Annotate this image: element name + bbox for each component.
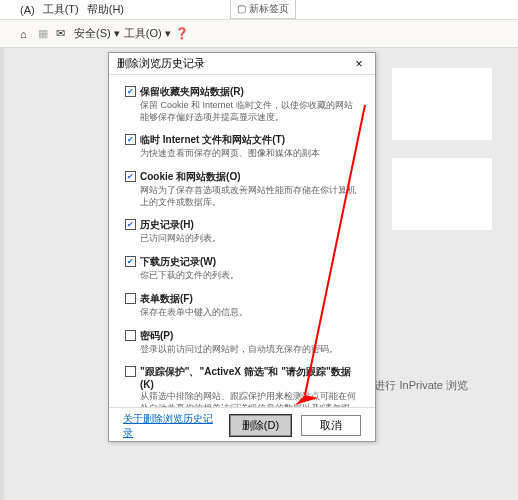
checkbox[interactable]	[125, 293, 136, 304]
checkbox[interactable]	[125, 330, 136, 341]
option-desc: 网站为了保存首选项或改善网站性能而存储在你计算机上的文件或数据库。	[140, 185, 359, 208]
option-label[interactable]: 临时 Internet 文件和网站文件(T)	[140, 133, 285, 147]
checkbox[interactable]: ✔	[125, 86, 136, 97]
option-label[interactable]: 密码(P)	[140, 329, 173, 343]
option-0: ✔保留收藏夹网站数据(R)保留 Cookie 和 Internet 临时文件，以…	[125, 85, 359, 123]
option-label[interactable]: 保留收藏夹网站数据(R)	[140, 85, 244, 99]
option-7: "跟踪保护"、"ActiveX 筛选"和 "请勿跟踪"数据(K)从筛选中排除的网…	[125, 365, 359, 407]
option-5: 表单数据(F)保存在表单中键入的信息。	[125, 292, 359, 319]
safety-menu[interactable]: 安全(S) ▾	[74, 26, 120, 41]
option-desc: 保存在表单中键入的信息。	[140, 307, 359, 319]
new-tab[interactable]: ▢ 新标签页	[230, 0, 296, 19]
checkbox[interactable]: ✔	[125, 134, 136, 145]
option-label[interactable]: 下载历史记录(W)	[140, 255, 216, 269]
option-label[interactable]: "跟踪保护"、"ActiveX 筛选"和 "请勿跟踪"数据(K)	[140, 365, 359, 390]
option-4: ✔下载历史记录(W)你已下载的文件的列表。	[125, 255, 359, 282]
option-1: ✔临时 Internet 文件和网站文件(T)为快速查看而保存的网页、图像和媒体…	[125, 133, 359, 160]
option-desc: 登录以前访问过的网站时，自动填充保存的密码。	[140, 344, 359, 356]
close-icon[interactable]: ×	[347, 55, 371, 73]
command-bar: ⌂ ▦ ✉ 安全(S) ▾ 工具(O) ▾ ❓	[0, 20, 518, 48]
option-label[interactable]: 表单数据(F)	[140, 292, 193, 306]
about-link[interactable]: 关于删除浏览历史记录	[123, 412, 220, 440]
menu-item-tools[interactable]: 工具(T)	[43, 2, 79, 17]
option-desc: 从筛选中排除的网站、跟踪保护用来检测站点可能在何处自动共享你的相关访问详细信息的…	[140, 391, 359, 407]
mail-icon[interactable]: ✉	[56, 27, 70, 40]
checkbox[interactable]: ✔	[125, 256, 136, 267]
checkbox[interactable]: ✔	[125, 219, 136, 230]
option-desc: 保留 Cookie 和 Internet 临时文件，以使你收藏的网站能够保存偏好…	[140, 100, 359, 123]
help-icon[interactable]: ❓	[175, 27, 189, 40]
option-label[interactable]: 历史记录(H)	[140, 218, 194, 232]
option-3: ✔历史记录(H)已访问网站的列表。	[125, 218, 359, 245]
option-6: 密码(P)登录以前访问过的网站时，自动填充保存的密码。	[125, 329, 359, 356]
checkbox[interactable]	[125, 366, 136, 377]
dialog-titlebar: 删除浏览历史记录 ×	[109, 53, 375, 75]
site-thumb[interactable]	[392, 68, 492, 140]
dialog-footer: 关于删除浏览历史记录 删除(D) 取消	[109, 407, 375, 443]
home-icon[interactable]: ⌂	[20, 28, 34, 40]
option-desc: 已访问网站的列表。	[140, 233, 359, 245]
cancel-button[interactable]: 取消	[301, 415, 361, 436]
checkbox[interactable]: ✔	[125, 171, 136, 182]
tools-menu[interactable]: 工具(O) ▾	[124, 26, 171, 41]
option-desc: 为快速查看而保存的网页、图像和媒体的副本	[140, 148, 359, 160]
delete-history-dialog: 删除浏览历史记录 × ✔保留收藏夹网站数据(R)保留 Cookie 和 Inte…	[108, 52, 376, 442]
option-2: ✔Cookie 和网站数据(O)网站为了保存首选项或改善网站性能而存储在你计算机…	[125, 170, 359, 208]
option-label[interactable]: Cookie 和网站数据(O)	[140, 170, 241, 184]
dialog-body: ✔保留收藏夹网站数据(R)保留 Cookie 和 Internet 临时文件，以…	[109, 75, 375, 407]
site-thumb[interactable]	[392, 158, 492, 230]
option-desc: 你已下载的文件的列表。	[140, 270, 359, 282]
dialog-title: 删除浏览历史记录	[117, 56, 205, 71]
menu-item-help[interactable]: 帮助(H)	[87, 2, 124, 17]
menu-item[interactable]: (A)	[20, 4, 35, 16]
delete-button[interactable]: 删除(D)	[230, 415, 290, 436]
rss-icon[interactable]: ▦	[38, 27, 52, 40]
